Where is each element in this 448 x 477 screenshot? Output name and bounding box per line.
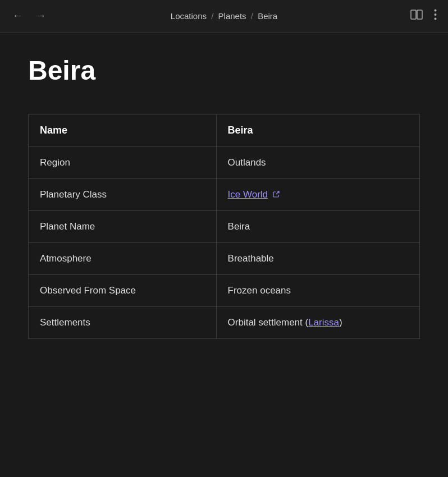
label-planetary-class: Planetary Class xyxy=(29,179,217,211)
breadcrumb: Locations / Planets / Beira xyxy=(171,11,277,21)
table-row: Planetary Class Ice World xyxy=(29,179,420,211)
more-options-button[interactable] xyxy=(432,7,439,25)
table-row: Region Outlands xyxy=(29,147,420,179)
breadcrumb-sep-2: / xyxy=(251,11,253,21)
header-actions xyxy=(408,7,439,25)
breadcrumb-locations[interactable]: Locations xyxy=(171,11,207,21)
svg-point-2 xyxy=(435,10,437,12)
table-row: Observed From Space Frozen oceans xyxy=(29,275,420,307)
page-content: Beira Name Beira Region Outlands Planeta… xyxy=(0,33,448,361)
top-navigation-bar: ← → Locations / Planets / Beira xyxy=(0,0,448,33)
svg-rect-0 xyxy=(411,10,416,19)
nav-button-group: ← → xyxy=(9,8,49,24)
svg-point-3 xyxy=(435,13,437,16)
forward-button[interactable]: → xyxy=(33,8,49,24)
value-settlements: Orbital settlement (Larissa) xyxy=(216,307,419,339)
value-name: Beira xyxy=(216,114,419,147)
label-region: Region xyxy=(29,147,217,179)
value-planetary-class: Ice World xyxy=(216,179,419,211)
label-planet-name: Planet Name xyxy=(29,211,217,243)
value-region: Outlands xyxy=(216,147,419,179)
breadcrumb-planets[interactable]: Planets xyxy=(218,11,246,21)
table-row: Name Beira xyxy=(29,114,420,147)
info-table: Name Beira Region Outlands Planetary Cla… xyxy=(28,114,420,339)
svg-rect-1 xyxy=(417,10,422,19)
value-observed-from-space: Frozen oceans xyxy=(216,275,419,307)
table-row: Atmosphere Breathable xyxy=(29,243,420,275)
table-row: Settlements Orbital settlement (Larissa) xyxy=(29,307,420,339)
label-settlements: Settlements xyxy=(29,307,217,339)
svg-point-4 xyxy=(435,18,437,20)
label-observed-from-space: Observed From Space xyxy=(29,275,217,307)
value-atmosphere: Breathable xyxy=(216,243,419,275)
value-planet-name: Beira xyxy=(216,211,419,243)
breadcrumb-beira: Beira xyxy=(258,11,277,21)
external-link-icon xyxy=(273,191,280,199)
back-button[interactable]: ← xyxy=(9,8,26,24)
label-name: Name xyxy=(29,114,217,147)
page-title: Beira xyxy=(28,55,420,86)
table-row: Planet Name Beira xyxy=(29,211,420,243)
book-icon-button[interactable] xyxy=(408,7,425,25)
ice-world-link[interactable]: Ice World xyxy=(228,189,268,200)
label-atmosphere: Atmosphere xyxy=(29,243,217,275)
breadcrumb-sep-1: / xyxy=(211,11,213,21)
larissa-link[interactable]: Larissa xyxy=(308,317,339,328)
